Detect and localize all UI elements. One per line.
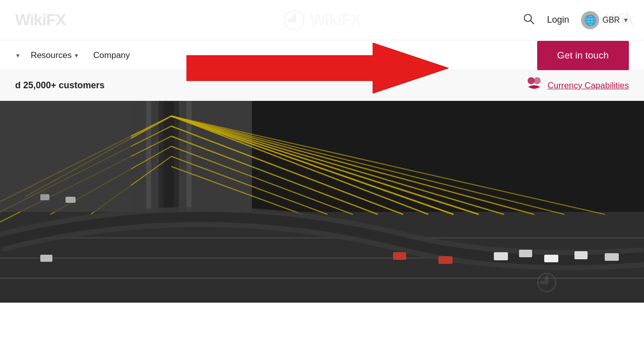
svg-rect-46 — [66, 197, 76, 203]
svg-point-4 — [528, 77, 535, 84]
svg-rect-41 — [574, 251, 588, 259]
svg-rect-39 — [519, 250, 532, 257]
svg-rect-47 — [40, 194, 49, 200]
currency-icon — [526, 77, 542, 94]
resources-chevron-icon: ▼ — [74, 52, 79, 59]
customers-text: d 25,000+ customers — [15, 80, 105, 91]
logo-text-left: WikiFX — [15, 11, 66, 29]
svg-rect-40 — [544, 255, 558, 262]
logo-text-right: Wik — [605, 10, 634, 28]
logo-center: WikiFX — [283, 9, 361, 31]
svg-rect-45 — [40, 255, 52, 262]
hero-image — [0, 101, 644, 303]
get-in-touch-button[interactable]: Get in touch — [537, 41, 629, 70]
svg-rect-13 — [0, 237, 644, 239]
currency-capabilities-link[interactable]: Currency Capabilities — [526, 77, 629, 94]
nav-item-resources[interactable]: Resources ▼ — [24, 40, 86, 71]
svg-point-5 — [534, 77, 541, 84]
svg-rect-44 — [393, 252, 406, 260]
header-nav: ▼ Resources ▼ Company Get in touch — [0, 40, 644, 71]
svg-rect-42 — [605, 253, 619, 261]
svg-marker-3 — [186, 43, 448, 93]
svg-rect-38 — [494, 252, 508, 260]
red-arrow-annotation — [186, 38, 448, 100]
currency-capabilities-label: Currency Capabilities — [547, 81, 629, 91]
svg-line-2 — [531, 21, 534, 24]
nav-chevron-left: ▼ — [15, 52, 21, 59]
login-button[interactable]: Login — [547, 15, 569, 25]
svg-rect-34 — [0, 101, 131, 212]
logo-text-center: WikiFX — [310, 11, 361, 29]
svg-rect-43 — [438, 256, 453, 264]
logo-left: WikiFX — [15, 11, 66, 29]
nav-item-company[interactable]: Company — [86, 40, 137, 71]
header-top: WikiFX WikiFX Wik Login 🌐 GBR ▼ — [0, 0, 644, 40]
hero-svg — [0, 101, 644, 303]
search-button[interactable] — [523, 13, 535, 28]
logo-icon-center — [283, 9, 305, 31]
